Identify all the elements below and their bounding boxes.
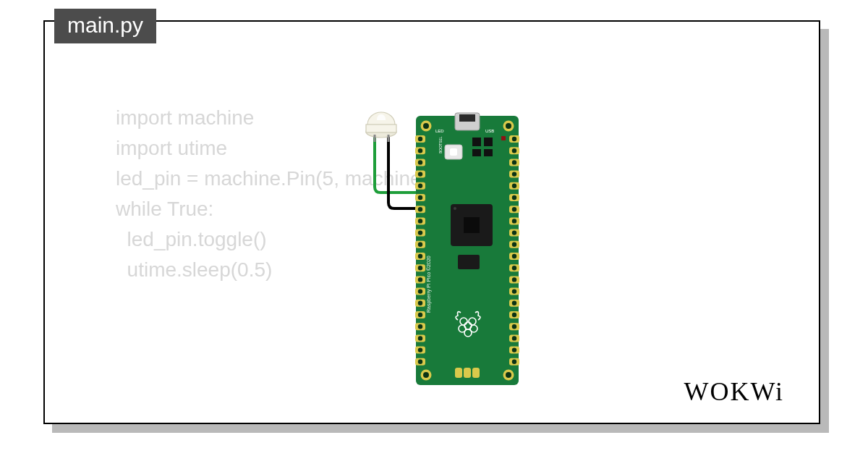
raspberry-pi-pico-board[interactable]: LED USB BOOTSEL Raspberry Pi Pico ©2020 [415,113,519,385]
svg-point-82 [512,195,516,200]
svg-point-80 [512,184,516,188]
svg-rect-8 [501,136,506,140]
svg-point-104 [512,324,516,329]
svg-point-74 [512,148,516,153]
svg-point-92 [512,254,516,258]
svg-rect-5 [416,116,519,385]
filename-label: main.py [67,13,143,37]
svg-point-58 [418,289,422,293]
svg-rect-15 [464,217,480,233]
led-component[interactable] [366,112,396,142]
svg-point-50 [418,242,422,247]
filename-tab[interactable]: main.py [54,9,156,43]
svg-point-62 [418,313,422,317]
usb-silk-label: USB [485,129,494,133]
svg-point-54 [418,266,422,270]
svg-point-110 [512,360,516,364]
main-card: import machine import utime led_pin = ma… [43,20,820,424]
svg-point-34 [418,148,422,153]
svg-point-38 [418,172,422,176]
led-silk-label: LED [435,129,444,133]
svg-point-68 [418,347,422,352]
svg-rect-11 [472,149,481,156]
svg-point-44 [418,207,422,211]
svg-point-26 [506,123,511,129]
svg-point-52 [418,254,422,258]
svg-rect-12 [484,149,493,156]
svg-point-28 [423,372,429,378]
svg-point-94 [512,266,516,270]
debug-pad [464,368,471,378]
svg-point-106 [512,336,516,340]
svg-point-48 [418,230,422,235]
circuit-svg: LED USB BOOTSEL Raspberry Pi Pico ©2020 [345,110,562,400]
board-name-silk: Raspberry Pi Pico ©2020 [426,256,432,313]
svg-rect-9 [472,138,481,146]
svg-point-84 [512,207,516,211]
svg-point-72 [512,137,516,141]
brand-logo: WOKWi [684,376,784,407]
svg-point-30 [506,372,511,378]
svg-point-36 [418,160,422,164]
svg-point-40 [418,184,422,188]
svg-point-16 [454,207,456,210]
svg-point-98 [512,289,516,293]
svg-point-60 [418,301,422,305]
svg-point-64 [418,324,422,329]
svg-rect-2 [366,124,396,132]
svg-point-108 [512,347,516,352]
bootsel-button[interactable] [445,145,462,159]
svg-point-88 [512,230,516,235]
svg-point-76 [512,160,516,164]
svg-point-78 [512,172,516,176]
svg-point-24 [423,123,429,129]
svg-point-32 [418,137,422,141]
debug-pad [455,368,462,378]
svg-point-70 [418,360,422,364]
svg-rect-14 [450,148,457,156]
debug-pad [472,368,480,378]
bootsel-label: BOOTSEL [438,136,443,153]
svg-point-96 [512,277,516,282]
svg-rect-7 [459,114,475,122]
svg-point-100 [512,301,516,305]
svg-point-56 [418,277,422,282]
svg-point-86 [512,219,516,223]
svg-point-90 [512,242,516,247]
svg-point-102 [512,313,516,317]
svg-point-46 [418,219,422,223]
svg-point-66 [418,336,422,340]
svg-rect-10 [484,138,493,146]
svg-point-42 [418,195,422,200]
flash-chip [458,255,480,269]
